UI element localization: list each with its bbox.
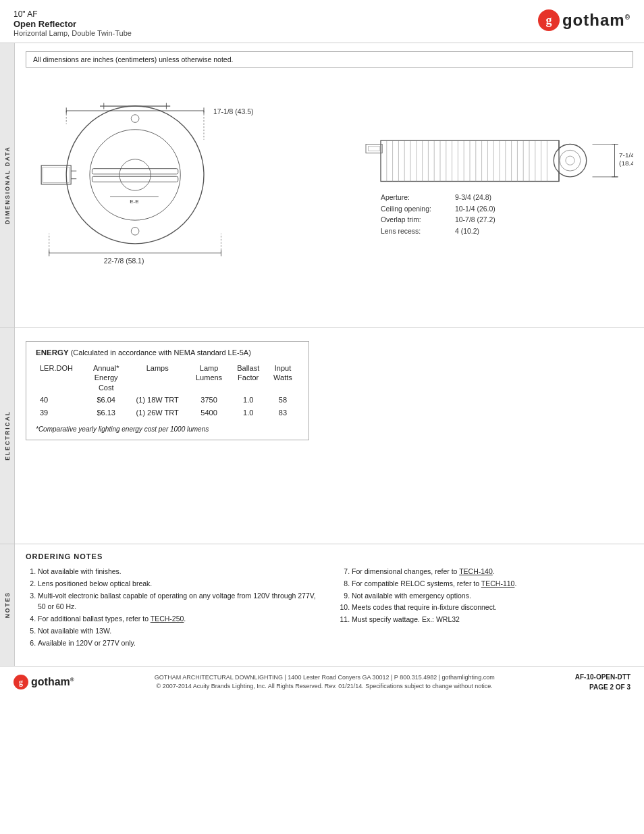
footer-doc-id: AF-10-OPEN-DTT — [575, 672, 630, 682]
notes-left-list: Not available with finishes.Lens positio… — [26, 566, 319, 649]
svg-rect-29 — [366, 145, 382, 153]
list-item: For compatible RELOC systems, refer to T… — [352, 578, 633, 590]
dimensional-section: DIMENSIONAL DATA All dimensions are inch… — [0, 43, 644, 328]
tech-250-link[interactable]: TECH-250 — [151, 615, 184, 623]
svg-point-0 — [66, 106, 204, 244]
logo-icon: g — [545, 14, 552, 26]
col-header-energy: Annual*EnergyCost — [86, 362, 127, 394]
svg-rect-6 — [43, 167, 69, 182]
svg-text:7-1/4: 7-1/4 — [619, 151, 633, 159]
notes-content: ORDERING NOTES Not available with finish… — [15, 544, 644, 666]
table-row: 40$6.04(1) 18W TRT37501.058 — [36, 394, 299, 407]
dimensional-content: All dimensions are inches (centimeters) … — [15, 43, 644, 327]
notes-label: NOTES — [0, 544, 15, 666]
diagrams-row: E-E 17-1/8 (43.5) 22-7/8 (58.1) — [26, 81, 633, 286]
svg-point-1 — [90, 130, 180, 220]
product-subtitle: Horizontal Lamp, Double Twin-Tube — [14, 29, 132, 37]
electrical-content: ENERGY (Calculated in accordance with NE… — [15, 328, 644, 544]
col-header-lamps: Lamps — [127, 362, 188, 394]
energy-table: LER.DOH Annual*EnergyCost Lamps LampLume… — [36, 362, 299, 420]
list-item: Available in 120V or 277V only. — [38, 637, 319, 649]
svg-point-10 — [131, 228, 139, 236]
svg-point-60 — [560, 150, 581, 171]
energy-footnote: *Comparative yearly lighting energy cost… — [36, 425, 299, 433]
notes-columns: Not available with finishes.Lens positio… — [26, 566, 633, 650]
svg-rect-30 — [368, 147, 380, 151]
right-diagram: 7-1/4 (18.4) Aperture: 9-3/4 (24.8) Ceil… — [336, 81, 633, 276]
svg-text:Lens recess:: Lens recess: — [381, 228, 421, 235]
svg-text:22-7/8 (58.1): 22-7/8 (58.1) — [104, 257, 144, 265]
right-diagram-svg: 7-1/4 (18.4) Aperture: 9-3/4 (24.8) Ceil… — [336, 81, 633, 274]
svg-rect-3 — [92, 169, 178, 174]
left-diagram: E-E 17-1/8 (43.5) 22-7/8 (58.1) — [26, 81, 323, 286]
footer-page: PAGE 2 OF 3 — [575, 682, 630, 692]
list-item: Not available with finishes. — [38, 566, 319, 577]
notes-section: NOTES ORDERING NOTES Not available with … — [0, 544, 644, 666]
footer-copyright: © 2007-2014 Acuity Brands Lighting, Inc.… — [155, 682, 495, 692]
svg-text:Overlap trim:: Overlap trim: — [381, 216, 421, 224]
product-code: 10" AF — [14, 9, 132, 19]
col-header-lumens: LampLumens — [188, 362, 230, 394]
footer-right: AF-10-OPEN-DTT PAGE 2 OF 3 — [575, 672, 630, 692]
brand-logo: g gotham® — [538, 9, 630, 31]
svg-point-2 — [119, 159, 151, 190]
product-name: Open Reflector — [14, 19, 132, 29]
notes-right: For dimensional changes, refer to TECH-1… — [340, 566, 633, 650]
list-item: Not available with emergency options. — [352, 590, 633, 602]
list-item: Must specify wattage. Ex.: WRL32 — [352, 614, 633, 625]
footer-center: GOTHAM ARCHITECTURAL DOWNLIGHTING | 1400… — [155, 673, 495, 692]
svg-text:17-1/8 (43.5): 17-1/8 (43.5) — [213, 108, 254, 115]
footer-logo-circle: g — [14, 675, 28, 689]
svg-text:9-3/4 (24.8): 9-3/4 (24.8) — [455, 194, 491, 201]
list-item: For dimensional changes, refer to TECH-1… — [352, 566, 633, 577]
page-header: 10" AF Open Reflector Horizontal Lamp, D… — [0, 0, 644, 43]
left-diagram-svg: E-E 17-1/8 (43.5) 22-7/8 (58.1) — [26, 81, 323, 284]
page-footer: g gotham® GOTHAM ARCHITECTURAL DOWNLIGHT… — [0, 666, 644, 698]
notes-right-list: For dimensional changes, refer to TECH-1… — [340, 566, 633, 625]
energy-table-wrapper: ENERGY (Calculated in accordance with NE… — [26, 341, 309, 440]
footer-company-line: GOTHAM ARCHITECTURAL DOWNLIGHTING | 1400… — [155, 673, 495, 683]
dimension-notice: All dimensions are inches (centimeters) … — [26, 51, 633, 68]
svg-point-61 — [566, 156, 574, 165]
logo-circle: g — [538, 9, 560, 31]
svg-text:4 (10.2): 4 (10.2) — [455, 228, 479, 235]
svg-point-9 — [131, 115, 139, 123]
svg-rect-4 — [92, 176, 178, 182]
logo-text: gotham® — [562, 11, 630, 30]
table-row: 39$6.13(1) 26W TRT54001.083 — [36, 407, 299, 419]
footer-logo: g gotham® — [14, 675, 74, 689]
notes-title: ORDERING NOTES — [26, 552, 633, 561]
tech-110-link[interactable]: TECH-110 — [481, 579, 515, 588]
svg-text:Ceiling opening:: Ceiling opening: — [381, 205, 431, 213]
col-header-ballast: BallastFactor — [230, 362, 266, 394]
svg-text:(18.4): (18.4) — [619, 159, 633, 167]
svg-text:10-1/4 (26.0): 10-1/4 (26.0) — [455, 205, 495, 213]
electrical-section: ELECTRICAL ENERGY (Calculated in accorda… — [0, 328, 644, 544]
list-item: Not available with 13W. — [38, 625, 319, 637]
notes-left: Not available with finishes.Lens positio… — [26, 566, 319, 650]
product-info: 10" AF Open Reflector Horizontal Lamp, D… — [14, 9, 132, 37]
list-item: Lens positioned below optical break. — [38, 578, 319, 590]
col-header-watts: InputWatts — [267, 362, 299, 394]
svg-text:E-E: E-E — [130, 199, 139, 205]
list-item: Multi-volt electronic ballast capable of… — [38, 590, 319, 613]
col-header-ler: LER.DOH — [36, 362, 86, 394]
electrical-label: ELECTRICAL — [0, 328, 15, 544]
tech-140-link[interactable]: TECH-140 — [459, 567, 493, 575]
footer-logo-text: gotham® — [31, 676, 74, 688]
energy-title: ENERGY (Calculated in accordance with NE… — [36, 348, 299, 357]
list-item: Meets codes that require in-fixture disc… — [352, 602, 633, 613]
list-item: For additional ballast types, refer to T… — [38, 613, 319, 625]
main-content: DIMENSIONAL DATA All dimensions are inch… — [0, 43, 644, 666]
dimensional-label: DIMENSIONAL DATA — [0, 43, 15, 327]
svg-text:10-7/8 (27.2): 10-7/8 (27.2) — [455, 216, 495, 224]
svg-text:Aperture:: Aperture: — [381, 194, 410, 201]
